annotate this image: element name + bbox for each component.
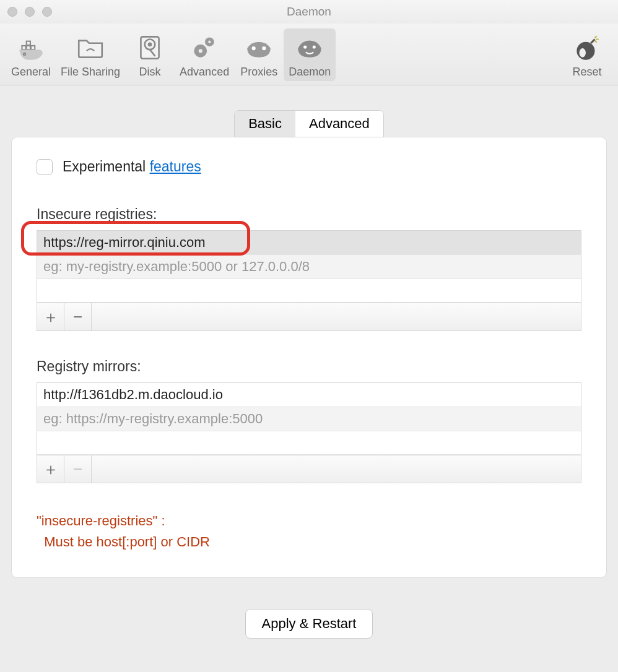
titlebar: Daemon	[0, 0, 618, 24]
svg-point-15	[313, 45, 316, 48]
reset-label: Reset	[572, 66, 601, 79]
insecure-registry-entry[interactable]: https://reg-mirror.qiniu.com	[37, 231, 581, 255]
main-toolbar: General File Sharing Disk Advanced	[0, 24, 618, 85]
svg-point-17	[580, 48, 586, 58]
disk-icon	[133, 30, 167, 64]
window-controls	[7, 7, 52, 17]
registry-mirrors-label: Registry mirrors:	[37, 358, 581, 375]
tab-advanced-label: Advanced	[180, 66, 229, 79]
whale-mask-icon	[242, 30, 276, 64]
close-window-button[interactable]	[7, 7, 17, 17]
svg-point-11	[208, 41, 211, 43]
svg-point-14	[303, 45, 307, 48]
tab-file-sharing[interactable]: File Sharing	[56, 28, 125, 81]
tab-daemon-label: Daemon	[289, 66, 331, 79]
insecure-registries-label: Insecure registries:	[37, 206, 581, 223]
features-link[interactable]: features	[150, 158, 201, 174]
bomb-icon	[570, 30, 604, 64]
control-fill	[92, 303, 581, 330]
insecure-remove-button[interactable]: −	[64, 303, 92, 330]
subtab-basic[interactable]: Basic	[235, 111, 295, 137]
insecure-registry-value: https://reg-mirror.qiniu.com	[43, 235, 206, 251]
list-empty-row	[37, 431, 581, 455]
mirrors-remove-button[interactable]: −	[64, 455, 92, 483]
tab-advanced[interactable]: Advanced	[175, 28, 234, 81]
tab-proxies[interactable]: Proxies	[234, 28, 284, 81]
validation-error: "insecure-registries" : Must be host[:po…	[37, 510, 581, 553]
registry-mirror-value: http://f1361db2.m.daocloud.io	[43, 387, 223, 403]
content-area: Basic Advanced Experimental features Ins…	[0, 85, 618, 639]
subtab-advanced[interactable]: Advanced	[295, 111, 383, 137]
svg-point-13	[262, 46, 266, 50]
zoom-window-button[interactable]	[42, 7, 52, 17]
gears-icon	[187, 30, 222, 64]
tab-disk-label: Disk	[139, 66, 161, 79]
whale-icon	[14, 30, 48, 64]
control-fill	[92, 455, 581, 483]
apply-restart-button[interactable]: Apply & Restart	[245, 609, 373, 639]
svg-rect-1	[27, 46, 30, 50]
mirrors-add-button[interactable]: ＋	[37, 455, 64, 483]
tab-daemon[interactable]: Daemon	[284, 28, 336, 81]
svg-rect-0	[22, 46, 25, 50]
svg-point-12	[252, 46, 256, 50]
error-line-1: "insecure-registries" :	[37, 510, 581, 532]
experimental-checkbox[interactable]	[37, 159, 53, 175]
registry-mirrors-list: http://f1361db2.m.daocloud.io eg: https:…	[37, 382, 581, 483]
tab-file-sharing-label: File Sharing	[61, 66, 120, 79]
tab-general-label: General	[11, 66, 51, 79]
registry-mirror-entry[interactable]: http://f1361db2.m.daocloud.io	[37, 383, 581, 407]
experimental-label: Experimental features	[63, 158, 201, 175]
subtab-bar: Basic Advanced	[11, 110, 607, 137]
reset-button[interactable]: Reset	[562, 28, 612, 81]
insecure-list-controls: ＋ −	[37, 303, 581, 330]
list-empty-row	[37, 279, 581, 303]
mirrors-list-controls: ＋ −	[37, 455, 581, 483]
insecure-registry-placeholder[interactable]: eg: my-registry.example:5000 or 127.0.0.…	[37, 255, 581, 279]
tab-disk[interactable]: Disk	[125, 28, 175, 81]
settings-panel: Experimental features Insecure registrie…	[11, 137, 607, 578]
svg-point-4	[24, 53, 25, 55]
registry-mirror-placeholder[interactable]: eg: https://my-registry.example:5000	[37, 407, 581, 431]
svg-point-16	[577, 42, 594, 60]
tab-proxies-label: Proxies	[240, 66, 277, 79]
insecure-add-button[interactable]: ＋	[37, 303, 64, 330]
minimize-window-button[interactable]	[25, 7, 35, 17]
folder-icon	[73, 30, 108, 64]
footer: Apply & Restart	[11, 578, 607, 639]
insecure-registries-list: https://reg-mirror.qiniu.com eg: my-regi…	[37, 230, 581, 331]
experimental-text: Experimental	[63, 158, 150, 174]
svg-rect-3	[27, 41, 30, 45]
error-line-2: Must be host[:port] or CIDR	[37, 532, 581, 553]
svg-point-9	[199, 49, 202, 53]
whale-happy-icon	[292, 30, 327, 64]
svg-rect-2	[31, 46, 35, 50]
window-title: Daemon	[0, 5, 618, 19]
experimental-row: Experimental features	[37, 158, 581, 175]
tab-general[interactable]: General	[6, 28, 56, 81]
svg-point-7	[149, 43, 151, 46]
